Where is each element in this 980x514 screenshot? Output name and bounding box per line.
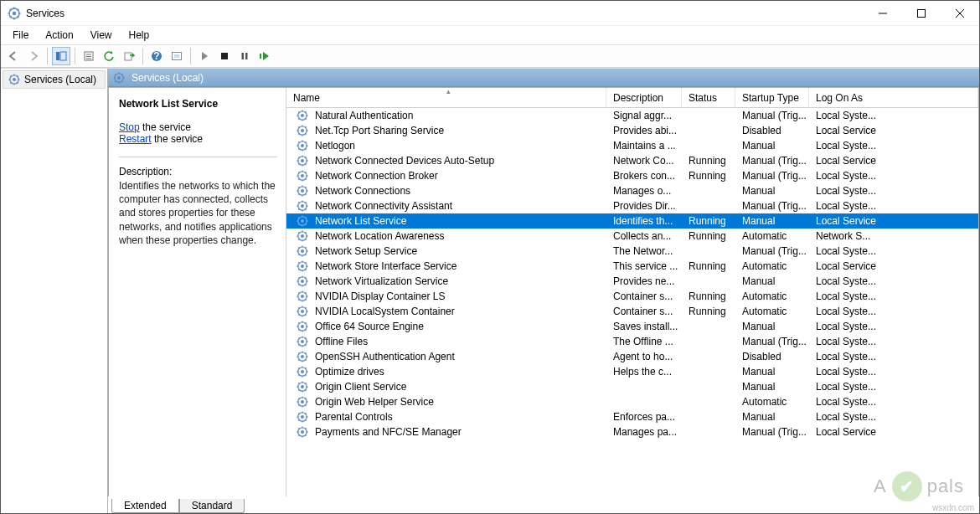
svg-rect-26 <box>242 53 245 59</box>
service-row[interactable]: Network Setup ServiceThe Networ...Manual… <box>286 244 978 259</box>
stop-service-button[interactable] <box>215 47 234 65</box>
service-startup: Manual (Trig... <box>735 155 809 167</box>
service-name: Network Location Awareness <box>315 230 445 242</box>
gear-icon <box>297 185 308 197</box>
column-logon[interactable]: Log On As <box>809 88 978 107</box>
service-description: Manages o... <box>606 185 682 197</box>
forward-button[interactable] <box>24 47 43 65</box>
service-startup: Disabled <box>735 351 809 362</box>
service-row[interactable]: Office 64 Source EngineSaves install...M… <box>286 319 978 334</box>
description-label: Description: <box>119 166 277 177</box>
minimize-button[interactable] <box>864 1 902 25</box>
menu-help[interactable]: Help <box>122 28 157 43</box>
service-status: Running <box>682 215 735 227</box>
service-startup: Manual <box>735 411 809 423</box>
gear-icon <box>297 411 308 423</box>
gear-icon <box>297 155 308 167</box>
list-body[interactable]: Natural AuthenticationSignal aggr...Manu… <box>286 108 978 496</box>
service-startup: Manual <box>735 215 809 227</box>
service-row[interactable]: NVIDIA LocalSystem ContainerContainer s.… <box>286 304 978 319</box>
column-name[interactable]: Name ▴ <box>286 88 606 107</box>
gear-icon <box>297 321 308 332</box>
service-row[interactable]: Network Store Interface ServiceThis serv… <box>286 259 978 274</box>
service-logon: Local Syste... <box>809 396 885 408</box>
menu-view[interactable]: View <box>84 28 119 43</box>
restart-service-link[interactable]: Restart <box>119 133 152 145</box>
service-name: Network Connection Broker <box>315 170 438 182</box>
start-service-button[interactable] <box>195 47 214 65</box>
service-startup: Automatic <box>735 230 809 242</box>
service-description: Brokers con... <box>606 170 682 182</box>
service-row[interactable]: Origin Client ServiceManualLocal Syste..… <box>286 379 978 394</box>
service-status: Running <box>682 290 735 302</box>
sort-ascending-icon: ▴ <box>446 87 451 95</box>
service-startup: Manual <box>735 381 809 393</box>
service-row[interactable]: OpenSSH Authentication AgentAgent to ho.… <box>286 349 978 364</box>
properties-button[interactable] <box>80 47 98 65</box>
service-description: The Networ... <box>606 245 682 257</box>
service-row[interactable]: Natural AuthenticationSignal aggr...Manu… <box>286 108 978 123</box>
toolbar: ? <box>1 44 979 68</box>
console-button[interactable] <box>168 47 186 65</box>
svg-rect-20 <box>125 53 132 60</box>
column-startup[interactable]: Startup Type <box>735 88 809 107</box>
service-description: Container s... <box>606 290 682 302</box>
gear-icon <box>297 230 308 242</box>
service-description: Signal aggr... <box>606 110 682 121</box>
window-controls <box>864 1 979 25</box>
service-row[interactable]: Network List ServiceIdentifies th...Runn… <box>286 213 978 229</box>
service-row[interactable]: Network ConnectionsManages o...ManualLoc… <box>286 183 978 198</box>
svg-rect-27 <box>245 53 248 59</box>
show-hide-tree-button[interactable] <box>52 47 70 65</box>
tree-pane[interactable]: Services (Local) <box>1 69 108 513</box>
tree-item-services-local[interactable]: Services (Local) <box>3 70 106 89</box>
export-button[interactable] <box>120 47 138 65</box>
help-button[interactable]: ? <box>147 47 166 65</box>
service-status: Running <box>682 260 735 272</box>
selected-service-name: Network List Service <box>119 98 277 110</box>
service-row[interactable]: Payments and NFC/SE ManagerManages pa...… <box>286 424 978 439</box>
service-row[interactable]: Net.Tcp Port Sharing ServiceProvides abi… <box>286 123 978 138</box>
tree-item-label: Services (Local) <box>24 74 96 85</box>
svg-rect-11 <box>918 9 926 17</box>
refresh-button[interactable] <box>100 47 118 65</box>
service-startup: Manual <box>735 321 809 332</box>
service-name: Network Setup Service <box>315 245 417 257</box>
pause-service-button[interactable] <box>235 47 254 65</box>
service-row[interactable]: Parental ControlsEnforces pa...ManualLoc… <box>286 409 978 424</box>
service-row[interactable]: NetlogonMaintains a ...ManualLocal Syste… <box>286 138 978 153</box>
restart-service-button[interactable] <box>255 47 274 65</box>
service-name: Origin Web Helper Service <box>315 396 434 408</box>
gear-icon <box>297 140 308 152</box>
menu-file[interactable]: File <box>6 28 35 43</box>
tab-extended[interactable]: Extended <box>111 499 179 513</box>
column-status[interactable]: Status <box>682 88 735 107</box>
back-button[interactable] <box>4 47 23 65</box>
service-name: Office 64 Source Engine <box>315 321 424 332</box>
stop-service-link[interactable]: Stop <box>119 121 140 133</box>
service-row[interactable]: Network Connected Devices Auto-SetupNetw… <box>286 153 978 168</box>
svg-rect-15 <box>60 52 66 60</box>
close-button[interactable] <box>941 1 979 25</box>
service-name: Network Connections <box>315 185 410 197</box>
service-row[interactable]: Origin Web Helper ServiceAutomaticLocal … <box>286 394 978 409</box>
service-row[interactable]: Offline FilesThe Offline ...Manual (Trig… <box>286 334 978 349</box>
service-row[interactable]: Optimize drivesHelps the c...ManualLocal… <box>286 364 978 379</box>
gear-icon <box>297 200 308 212</box>
service-startup: Automatic <box>735 260 809 272</box>
service-row[interactable]: Network Location AwarenessCollects an...… <box>286 229 978 244</box>
tab-standard[interactable]: Standard <box>179 499 245 513</box>
maximize-button[interactable] <box>902 1 941 25</box>
service-row[interactable]: NVIDIA Display Container LSContainer s..… <box>286 289 978 304</box>
service-name: Net.Tcp Port Sharing Service <box>315 125 444 136</box>
menu-action[interactable]: Action <box>39 28 80 43</box>
service-row[interactable]: Network Connection BrokerBrokers con...R… <box>286 168 978 183</box>
service-row[interactable]: Network Connectivity AssistantProvides D… <box>286 198 978 213</box>
service-description: The Offline ... <box>606 336 682 347</box>
service-description: This service ... <box>606 260 682 272</box>
service-row[interactable]: Network Virtualization ServiceProvides n… <box>286 274 978 289</box>
column-description[interactable]: Description <box>606 88 682 107</box>
gear-icon <box>297 336 308 347</box>
service-logon: Local Syste... <box>809 321 885 332</box>
service-name: Optimize drives <box>315 366 384 378</box>
